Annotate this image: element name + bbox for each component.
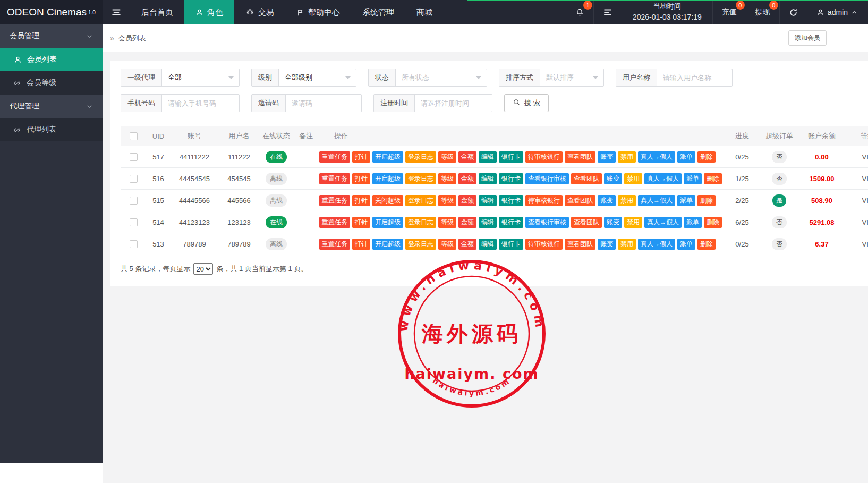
action-button-账变[interactable]: 账变: [598, 239, 616, 250]
action-button-银行卡[interactable]: 银行卡: [499, 217, 523, 228]
sidebar-item-会员等级[interactable]: 会员等级: [0, 71, 103, 95]
action-button-真人→假人[interactable]: 真人→假人: [638, 195, 675, 206]
select-all-checkbox[interactable]: [130, 132, 138, 140]
action-button-重置任务[interactable]: 重置任务: [319, 239, 350, 250]
action-button-打针[interactable]: 打针: [352, 151, 370, 163]
action-button-禁用[interactable]: 禁用: [618, 151, 636, 163]
add-member-button[interactable]: 添加会员: [788, 30, 827, 46]
notifications-button[interactable]: 1: [566, 0, 593, 24]
action-button-金额[interactable]: 金额: [458, 173, 476, 184]
action-button-重置任务[interactable]: 重置任务: [319, 195, 350, 206]
action-button-真人→假人[interactable]: 真人→假人: [644, 217, 682, 228]
action-button-查看团队[interactable]: 查看团队: [565, 239, 595, 250]
action-button-银行卡[interactable]: 银行卡: [499, 151, 523, 163]
action-button-真人→假人[interactable]: 真人→假人: [638, 239, 675, 250]
nav-item[interactable]: 后台首页: [130, 0, 184, 24]
refresh-button[interactable]: [779, 0, 807, 24]
action-button-金额[interactable]: 金额: [458, 217, 476, 228]
action-button-禁用[interactable]: 禁用: [618, 239, 636, 250]
row-checkbox[interactable]: [130, 218, 138, 226]
recharge-button[interactable]: 充值 0: [712, 0, 746, 24]
action-button-银行卡[interactable]: 银行卡: [499, 173, 523, 184]
action-button-待审核银行[interactable]: 待审核银行: [525, 195, 563, 206]
action-button-派单[interactable]: 派单: [684, 173, 702, 184]
action-button-账变[interactable]: 账变: [604, 173, 622, 184]
action-button-待审核银行[interactable]: 待审核银行: [525, 239, 563, 250]
action-button-银行卡[interactable]: 银行卡: [499, 239, 523, 250]
sidebar-group-会员管理[interactable]: 会员管理: [0, 24, 103, 48]
action-button-派单[interactable]: 派单: [677, 151, 695, 163]
action-button-登录日志[interactable]: 登录日志: [405, 217, 436, 228]
action-button-禁用[interactable]: 禁用: [618, 195, 636, 206]
action-button-删除[interactable]: 删除: [697, 151, 716, 163]
sidebar-item-代理列表[interactable]: 代理列表: [0, 118, 103, 141]
nav-item[interactable]: 商城: [405, 0, 444, 24]
action-button-打针[interactable]: 打针: [352, 239, 370, 250]
action-button-关闭超级[interactable]: 关闭超级: [372, 195, 403, 206]
action-button-删除[interactable]: 删除: [697, 239, 716, 250]
nav-item[interactable]: 帮助中心: [285, 0, 351, 24]
action-button-派单[interactable]: 派单: [677, 195, 695, 206]
action-button-编辑[interactable]: 编辑: [479, 195, 497, 206]
action-button-派单[interactable]: 派单: [677, 239, 695, 250]
filter-select[interactable]: 所有状态: [396, 69, 487, 86]
action-button-重置任务[interactable]: 重置任务: [319, 217, 350, 228]
action-button-登录日志[interactable]: 登录日志: [405, 173, 436, 184]
action-button-打针[interactable]: 打针: [352, 195, 370, 206]
action-button-查看银行审核[interactable]: 查看银行审核: [525, 173, 569, 184]
action-button-待审核银行[interactable]: 待审核银行: [525, 151, 563, 163]
nav-item[interactable]: 系统管理: [351, 0, 405, 24]
action-button-禁用[interactable]: 禁用: [624, 173, 642, 184]
filter-input[interactable]: [421, 99, 487, 107]
action-button-查看团队[interactable]: 查看团队: [565, 195, 595, 206]
action-button-账变[interactable]: 账变: [598, 151, 616, 163]
action-button-查看团队[interactable]: 查看团队: [571, 173, 602, 184]
task-list-button[interactable]: [593, 0, 622, 24]
filter-input[interactable]: [663, 74, 727, 82]
row-checkbox[interactable]: [130, 175, 138, 183]
action-button-登录日志[interactable]: 登录日志: [405, 195, 436, 206]
action-button-开启超级[interactable]: 开启超级: [372, 151, 403, 163]
withdraw-button[interactable]: 提现 0: [746, 0, 779, 24]
action-button-金额[interactable]: 金额: [458, 151, 476, 163]
action-button-银行卡[interactable]: 银行卡: [499, 195, 523, 206]
row-checkbox[interactable]: [130, 153, 138, 161]
action-button-编辑[interactable]: 编辑: [479, 217, 497, 228]
row-checkbox[interactable]: [130, 197, 138, 205]
action-button-金额[interactable]: 金额: [458, 195, 476, 206]
action-button-删除[interactable]: 删除: [697, 195, 716, 206]
action-button-开启超级[interactable]: 开启超级: [372, 217, 403, 228]
action-button-真人→假人[interactable]: 真人→假人: [644, 173, 682, 184]
action-button-编辑[interactable]: 编辑: [479, 173, 497, 184]
action-button-账变[interactable]: 账变: [598, 195, 616, 206]
action-button-重置任务[interactable]: 重置任务: [319, 173, 350, 184]
sidebar-item-会员列表[interactable]: 会员列表: [0, 48, 103, 71]
action-button-打针[interactable]: 打针: [352, 173, 370, 184]
action-button-查看团队[interactable]: 查看团队: [565, 151, 595, 163]
action-button-派单[interactable]: 派单: [684, 217, 702, 228]
admin-menu-button[interactable]: admin: [807, 0, 868, 24]
filter-select[interactable]: 全部级别: [279, 69, 356, 86]
action-button-删除[interactable]: 删除: [704, 173, 722, 184]
action-button-禁用[interactable]: 禁用: [624, 217, 642, 228]
row-checkbox[interactable]: [130, 240, 138, 248]
action-button-查看团队[interactable]: 查看团队: [571, 217, 602, 228]
sidebar-group-代理管理[interactable]: 代理管理: [0, 95, 103, 118]
action-button-编辑[interactable]: 编辑: [479, 239, 497, 250]
nav-item[interactable]: 角色: [184, 0, 234, 24]
filter-input[interactable]: [168, 99, 234, 107]
filter-select[interactable]: 全部: [162, 69, 239, 86]
action-button-开启超级[interactable]: 开启超级: [372, 239, 403, 250]
action-button-等级[interactable]: 等级: [438, 239, 456, 250]
filter-input[interactable]: [292, 99, 356, 107]
action-button-查看银行审核[interactable]: 查看银行审核: [525, 217, 569, 228]
action-button-登录日志[interactable]: 登录日志: [405, 151, 436, 163]
filter-select[interactable]: 默认排序: [540, 69, 603, 86]
action-button-等级[interactable]: 等级: [438, 151, 456, 163]
action-button-删除[interactable]: 删除: [704, 217, 722, 228]
action-button-等级[interactable]: 等级: [438, 195, 456, 206]
action-button-重置任务[interactable]: 重置任务: [319, 151, 350, 163]
action-button-打针[interactable]: 打针: [352, 217, 370, 228]
nav-item[interactable]: 交易: [234, 0, 285, 24]
action-button-编辑[interactable]: 编辑: [479, 151, 497, 163]
